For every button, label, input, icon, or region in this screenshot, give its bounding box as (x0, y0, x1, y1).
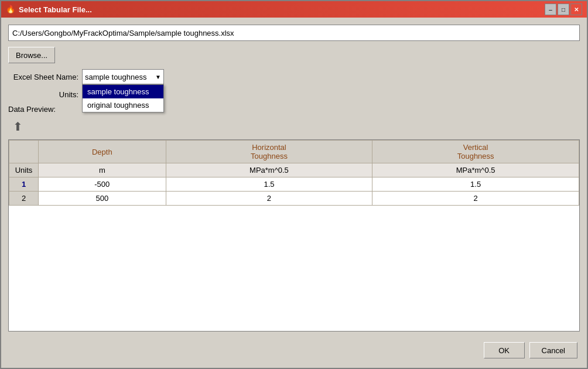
main-window: 🔥 Select Tabular File... – □ ✕ Browse...… (0, 0, 588, 369)
title-bar: 🔥 Select Tabular File... – □ ✕ (1, 1, 587, 18)
maximize-button[interactable]: □ (558, 4, 569, 15)
col-header-h-toughness: HorizontalToughness (166, 141, 372, 163)
row-number-2: 2 (9, 192, 39, 206)
cell-row2-depth: 500 (39, 192, 166, 206)
cell-row1-h: 1.5 (166, 177, 372, 192)
excel-sheet-row: Excel Sheet Name: sample toughness ▼ sam… (8, 69, 580, 84)
upload-icon-row: ⬆ (11, 119, 580, 134)
file-path-input[interactable] (8, 25, 580, 41)
table-header-row: Depth HorizontalToughness VerticalToughn… (9, 141, 579, 163)
cell-row1-depth: -500 (39, 177, 166, 192)
ok-button[interactable]: OK (484, 342, 525, 358)
data-preview-table-container: Depth HorizontalToughness VerticalToughn… (8, 139, 580, 332)
table-row: 2 500 2 2 (9, 192, 579, 206)
title-bar-left: 🔥 Select Tabular File... (6, 5, 92, 14)
dropdown-arrow-icon: ▼ (155, 74, 161, 80)
row-number-1: 1 (9, 177, 39, 192)
app-icon: 🔥 (6, 5, 15, 14)
upload-icon: ⬆ (13, 120, 23, 133)
cell-units-v: MPa*m^0.5 (372, 163, 579, 177)
col-header-empty (9, 141, 39, 163)
excel-sheet-label: Excel Sheet Name: (8, 73, 78, 81)
row-label-units: Units (9, 163, 39, 177)
title-bar-buttons: – □ ✕ (545, 4, 582, 15)
col-header-depth: Depth (39, 141, 166, 163)
cell-row1-v: 1.5 (372, 177, 579, 192)
browse-row: Browse... (8, 47, 580, 63)
window-title: Select Tabular File... (19, 5, 92, 14)
excel-sheet-value: sample toughness (85, 73, 155, 81)
cell-units-depth: m (39, 163, 166, 177)
table-row: Units m MPa*m^0.5 MPa*m^0.5 (9, 163, 579, 177)
footer: OK Cancel (8, 337, 580, 361)
dropdown-option-2[interactable]: original toughness (83, 98, 163, 112)
dropdown-option-1[interactable]: sample toughness (83, 85, 163, 98)
cell-row2-v: 2 (372, 192, 579, 206)
col-header-v-toughness: VerticalToughness (372, 141, 579, 163)
table-row: 1 -500 1.5 1.5 (9, 177, 579, 192)
cell-units-h: MPa*m^0.5 (166, 163, 372, 177)
minimize-button[interactable]: – (545, 4, 556, 15)
excel-sheet-popup: sample toughness original toughness (82, 84, 164, 112)
excel-sheet-dropdown-wrapper: sample toughness ▼ sample toughness orig… (82, 69, 164, 84)
cancel-button[interactable]: Cancel (529, 342, 577, 358)
content-area: Browse... Excel Sheet Name: sample tough… (1, 18, 587, 368)
data-preview-table: Depth HorizontalToughness VerticalToughn… (9, 140, 579, 206)
file-path-row (8, 25, 580, 41)
units-label: Units: (8, 90, 78, 99)
browse-button[interactable]: Browse... (8, 47, 55, 63)
cell-row2-h: 2 (166, 192, 372, 206)
close-button[interactable]: ✕ (570, 4, 582, 15)
data-preview-label: Data Preview: (8, 105, 56, 114)
excel-sheet-dropdown[interactable]: sample toughness ▼ (82, 69, 164, 84)
